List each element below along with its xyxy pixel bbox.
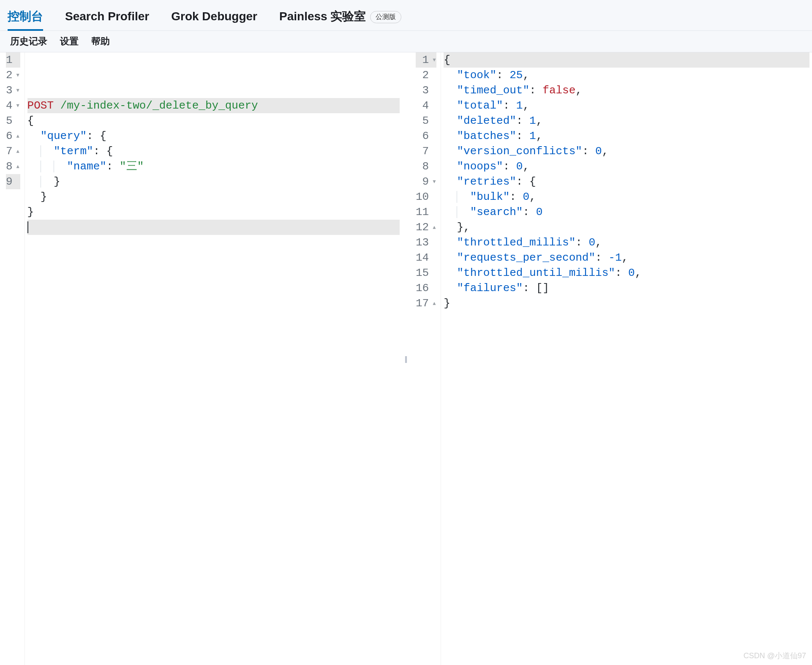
editor-split: 1 2▾3▾4▾5 6▴7▴8▴9 POST /my-index-two/_de…	[0, 52, 812, 665]
code-line	[27, 220, 400, 235]
response-pane: 1▾2 3 4 5 6 7 8 9▾10 11 12▴13 14 15 16 1…	[410, 52, 812, 665]
console-app: 控制台Search ProfilerGrok DebuggerPainless …	[0, 0, 812, 665]
code-line: "query": {	[27, 128, 400, 144]
split-handle[interactable]: ‖	[402, 52, 410, 665]
watermark-text: CSDN @小道仙97	[744, 651, 806, 661]
line-number: 2	[416, 68, 436, 83]
code-line: "bulk": 0,	[444, 189, 809, 204]
line-number: 7▴	[6, 144, 20, 159]
response-viewer[interactable]: {"took": 25,"timed_out": false,"total": …	[441, 52, 812, 665]
code-line: "deleted": 1,	[444, 113, 809, 128]
subtab-1[interactable]: 设置	[60, 35, 79, 48]
line-number: 10	[416, 189, 436, 204]
line-number: 2▾	[6, 68, 20, 83]
line-number: 15	[416, 265, 436, 281]
line-number: 17▴	[416, 296, 436, 311]
sub-tabs: 历史记录设置帮助	[0, 31, 812, 52]
code-line: }	[444, 296, 809, 311]
subtab-2[interactable]: 帮助	[91, 35, 110, 48]
code-line: "failures": []	[444, 281, 809, 296]
code-line: "timed_out": false,	[444, 83, 809, 98]
line-number: 3	[416, 83, 436, 98]
tab-0[interactable]: 控制台	[8, 3, 52, 30]
line-number: 4	[416, 98, 436, 113]
line-number: 12▴	[416, 220, 436, 235]
line-number: 11	[416, 204, 436, 220]
code-line: "took": 25,	[444, 68, 809, 83]
line-number: 1▾	[416, 52, 436, 68]
subtab-0[interactable]: 历史记录	[10, 35, 47, 48]
line-number: 16	[416, 281, 436, 296]
code-line: {	[27, 113, 400, 128]
code-line: }	[27, 174, 400, 189]
tab-3[interactable]: Painless 实验室公测版	[279, 3, 411, 30]
line-number: 3▾	[6, 83, 20, 98]
tab-2[interactable]: Grok Debugger	[171, 4, 267, 29]
main-tabs: 控制台Search ProfilerGrok DebuggerPainless …	[0, 0, 812, 31]
line-number: 1	[6, 52, 20, 68]
code-line: "version_conflicts": 0,	[444, 144, 809, 159]
request-editor[interactable]: POST /my-index-two/_delete_by_query{"que…	[25, 52, 402, 665]
code-line: }	[27, 189, 400, 204]
line-number: 7	[416, 144, 436, 159]
request-pane: 1 2▾3▾4▾5 6▴7▴8▴9 POST /my-index-two/_de…	[0, 52, 402, 665]
code-line: {	[444, 52, 809, 68]
code-line: "batches": 1,	[444, 128, 809, 144]
code-line: "total": 1,	[444, 98, 809, 113]
code-line: "requests_per_second": -1,	[444, 250, 809, 265]
code-line: },	[444, 220, 809, 235]
play-icon[interactable]	[368, 53, 379, 65]
request-actions	[368, 53, 396, 65]
line-number: 6	[416, 128, 436, 144]
code-line: "term": {	[27, 144, 400, 159]
line-number: 9	[6, 174, 20, 189]
response-gutter: 1▾2 3 4 5 6 7 8 9▾10 11 12▴13 14 15 16 1…	[410, 52, 441, 665]
code-line: "throttled_until_millis": 0,	[444, 265, 809, 281]
line-number: 5	[416, 113, 436, 128]
code-line: "retries": {	[444, 174, 809, 189]
line-number: 8▴	[6, 159, 20, 174]
line-number: 6▴	[6, 128, 20, 144]
wrench-icon[interactable]	[384, 53, 396, 65]
line-number: 4▾	[6, 98, 20, 113]
code-line: "name": "三"	[27, 159, 400, 174]
code-line: "search": 0	[444, 204, 809, 220]
divider-glyph: ‖	[404, 355, 408, 363]
line-number: 5	[6, 113, 20, 128]
line-number: 8	[416, 159, 436, 174]
tab-badge: 公测版	[370, 11, 401, 23]
code-line: }	[27, 204, 400, 220]
code-line: "noops": 0,	[444, 159, 809, 174]
line-number: 9▾	[416, 174, 436, 189]
request-gutter: 1 2▾3▾4▾5 6▴7▴8▴9	[0, 52, 25, 665]
tab-1[interactable]: Search Profiler	[65, 4, 158, 29]
line-number: 13	[416, 235, 436, 250]
line-number: 14	[416, 250, 436, 265]
request-line: POST /my-index-two/_delete_by_query	[27, 98, 400, 113]
code-line: "throttled_millis": 0,	[444, 235, 809, 250]
